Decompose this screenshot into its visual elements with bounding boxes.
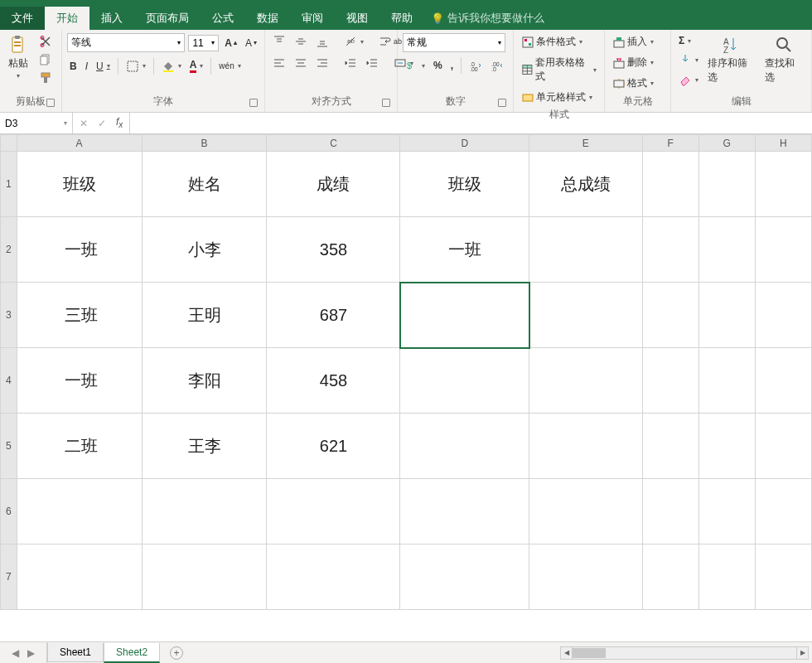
cell[interactable]: 李阳 — [142, 348, 267, 414]
cell[interactable] — [698, 479, 755, 544]
cell[interactable]: 二班 — [17, 414, 142, 479]
horizontal-scrollbar[interactable]: ◀ ▶ — [560, 646, 809, 660]
menu-home[interactable]: 开始 — [45, 7, 89, 30]
sort-filter-button[interactable]: AZ 排序和筛选 — [704, 33, 758, 86]
clipboard-launcher[interactable] — [46, 99, 55, 107]
cell[interactable]: 一班 — [400, 217, 529, 283]
cell[interactable]: 成绩 — [267, 152, 400, 217]
cell-selected[interactable] — [400, 283, 529, 348]
cell[interactable]: 王明 — [142, 283, 267, 348]
cell[interactable] — [698, 544, 755, 610]
grid[interactable]: A B C D E F G H 1 班级 姓名 成绩 班级 总成绩 2 — [0, 134, 812, 610]
decrease-decimal-button[interactable]: .00.0 — [488, 57, 506, 74]
menu-file[interactable]: 文件 — [0, 7, 45, 30]
cell[interactable]: 姓名 — [142, 152, 267, 217]
cell[interactable] — [642, 152, 698, 217]
sheet-tab-active[interactable]: Sheet2 — [104, 643, 160, 663]
increase-decimal-button[interactable]: .0.00 — [466, 57, 485, 74]
cell[interactable] — [17, 544, 142, 610]
number-format-select[interactable]: 常规▾ — [403, 33, 505, 52]
cell[interactable]: 458 — [267, 348, 400, 414]
cell[interactable] — [642, 217, 698, 283]
col-header[interactable]: H — [755, 135, 811, 152]
fill-button[interactable] — [676, 51, 701, 68]
cell[interactable] — [755, 348, 811, 414]
align-launcher[interactable] — [382, 99, 390, 107]
menu-formula[interactable]: 公式 — [201, 7, 245, 30]
cell[interactable] — [755, 283, 811, 348]
cancel-formula-button[interactable]: ✕ — [80, 118, 88, 129]
row-header[interactable]: 1 — [1, 152, 17, 217]
menu-review[interactable]: 审阅 — [290, 7, 335, 30]
cell[interactable]: 三班 — [17, 283, 142, 348]
cell[interactable]: 一班 — [17, 217, 142, 283]
fill-color-button[interactable] — [159, 58, 184, 75]
number-launcher[interactable] — [498, 99, 506, 107]
cell[interactable] — [400, 479, 529, 544]
cell[interactable] — [142, 479, 267, 544]
formula-input[interactable] — [130, 113, 812, 133]
col-header[interactable]: D — [400, 135, 529, 152]
cell[interactable]: 一班 — [17, 348, 142, 414]
enter-formula-button[interactable]: ✓ — [98, 118, 106, 129]
scroll-right-icon[interactable]: ▶ — [796, 647, 808, 659]
font-color-button[interactable]: A — [187, 57, 206, 75]
col-header[interactable]: F — [642, 135, 698, 152]
cell[interactable] — [698, 414, 755, 479]
font-name-select[interactable]: 等线▾ — [67, 33, 185, 52]
align-top-button[interactable] — [270, 33, 288, 50]
row-header[interactable]: 5 — [1, 414, 17, 479]
insert-function-button[interactable]: fx — [116, 116, 123, 129]
format-painter-button[interactable] — [36, 70, 55, 86]
increase-font-button[interactable]: A▴ — [222, 36, 239, 51]
cell[interactable] — [529, 348, 642, 414]
scroll-left-icon[interactable]: ◀ — [561, 647, 573, 659]
cell[interactable]: 王李 — [142, 414, 267, 479]
cell[interactable] — [755, 217, 811, 283]
cell[interactable]: 班级 — [400, 152, 529, 217]
comma-button[interactable]: , — [448, 58, 456, 73]
menu-view[interactable]: 视图 — [335, 7, 379, 30]
increase-indent-button[interactable] — [363, 55, 381, 71]
decrease-indent-button[interactable] — [341, 55, 360, 71]
cell[interactable] — [755, 479, 811, 544]
format-cells-button[interactable]: 格式 — [610, 75, 665, 92]
cell[interactable]: 687 — [267, 283, 400, 348]
cell[interactable] — [400, 348, 529, 414]
col-header[interactable]: A — [17, 135, 142, 152]
scroll-thumb[interactable] — [573, 648, 606, 658]
cell[interactable] — [642, 348, 698, 414]
row-header[interactable]: 7 — [1, 544, 17, 610]
cell[interactable] — [698, 348, 755, 414]
row-header[interactable]: 2 — [1, 217, 17, 283]
cell[interactable] — [17, 479, 142, 544]
copy-button[interactable] — [36, 51, 55, 68]
cell[interactable] — [267, 544, 400, 610]
cell[interactable]: 小李 — [142, 217, 267, 283]
name-box[interactable]: D3▾ — [0, 113, 73, 133]
cell[interactable] — [529, 283, 642, 348]
cell[interactable]: 总成绩 — [529, 152, 642, 217]
phonetic-button[interactable]: wén — [216, 60, 243, 72]
insert-cells-button[interactable]: 插入 — [610, 33, 665, 51]
cell[interactable] — [755, 152, 811, 217]
delete-cells-button[interactable]: 删除 — [610, 54, 665, 71]
row-header[interactable]: 4 — [1, 348, 17, 414]
cell[interactable] — [698, 217, 755, 283]
align-right-button[interactable] — [313, 55, 331, 71]
font-launcher[interactable] — [249, 99, 258, 107]
tab-nav-next[interactable]: ▶ — [27, 647, 35, 659]
row-header[interactable]: 3 — [1, 283, 17, 348]
tab-nav-prev[interactable]: ◀ — [12, 647, 19, 659]
menu-data[interactable]: 数据 — [245, 7, 290, 30]
cell[interactable] — [529, 479, 642, 544]
cell[interactable] — [698, 152, 755, 217]
cell[interactable] — [642, 414, 698, 479]
table-format-button[interactable]: 套用表格格式 — [519, 54, 599, 85]
autosum-button[interactable]: Σ — [676, 33, 701, 48]
cell[interactable] — [267, 479, 400, 544]
sheet-tab[interactable]: Sheet1 — [47, 643, 104, 662]
cell[interactable] — [529, 544, 642, 610]
menu-help[interactable]: 帮助 — [379, 7, 424, 30]
border-button[interactable] — [123, 58, 148, 75]
